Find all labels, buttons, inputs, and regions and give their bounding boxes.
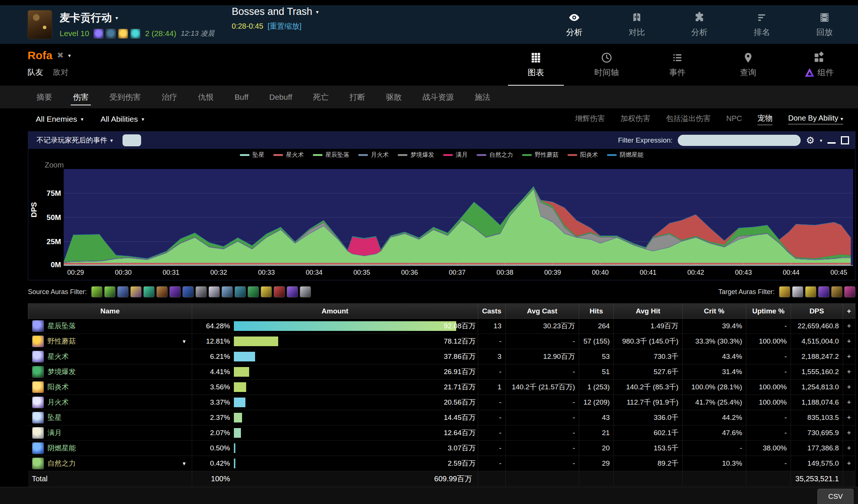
phase-select-box[interactable] bbox=[123, 134, 141, 146]
filter-chip[interactable]: NPC bbox=[726, 114, 742, 124]
tab-Buff[interactable]: Buff bbox=[234, 87, 249, 107]
gear-icon[interactable]: ⚙ bbox=[806, 135, 814, 146]
column-header-dps[interactable]: DPS bbox=[791, 304, 843, 319]
ability-link[interactable]: 月火术 bbox=[48, 398, 69, 407]
pin-row-button[interactable]: + bbox=[843, 425, 855, 441]
friendlies-toggle[interactable]: 队友 bbox=[28, 67, 43, 77]
pin-row-button[interactable]: + bbox=[843, 349, 855, 364]
ability-link[interactable]: 阳炎术 bbox=[48, 382, 69, 392]
legend-item[interactable]: 星火术 bbox=[273, 151, 304, 159]
pin-row-button[interactable]: + bbox=[843, 364, 855, 380]
filter-chip[interactable]: 加权伤害 bbox=[620, 114, 650, 125]
pin-row-button[interactable]: + bbox=[843, 441, 855, 456]
column-header-amount[interactable]: Amount bbox=[192, 304, 478, 319]
aura-icon[interactable] bbox=[222, 286, 233, 297]
guild-name[interactable]: 麦卡贡行动 bbox=[60, 11, 112, 25]
ability-link[interactable]: 星辰坠落 bbox=[48, 321, 76, 331]
view-nav-item-grid[interactable]: 图表 bbox=[508, 44, 564, 86]
ability-link[interactable]: 自然之力 bbox=[48, 459, 76, 468]
filter-chip[interactable]: Done By Ability▾ bbox=[788, 114, 843, 124]
tab-打断[interactable]: 打断 bbox=[349, 87, 366, 108]
minimize-icon[interactable] bbox=[827, 142, 836, 144]
pin-row-button[interactable]: + bbox=[843, 456, 855, 471]
ability-link[interactable]: 坠星 bbox=[48, 413, 62, 422]
aura-icon[interactable] bbox=[779, 286, 790, 297]
legend-item[interactable]: 阴燃星能 bbox=[607, 151, 644, 159]
aura-icon[interactable] bbox=[130, 286, 142, 297]
legend-item[interactable]: 坠星 bbox=[240, 151, 264, 159]
filter-expression-input[interactable] bbox=[678, 135, 801, 146]
aura-icon[interactable] bbox=[117, 286, 128, 297]
column-header-avg-cast[interactable]: Avg Cast bbox=[505, 304, 579, 319]
aura-icon[interactable] bbox=[274, 286, 285, 297]
pin-row-button[interactable]: + bbox=[843, 319, 855, 334]
aura-icon[interactable] bbox=[209, 286, 220, 297]
top-nav-item-eye[interactable]: 分析 bbox=[552, 11, 597, 38]
view-nav-item-pin[interactable]: 查询 bbox=[720, 44, 776, 86]
column-header-crit-%[interactable]: Crit % bbox=[682, 304, 746, 319]
ability-icon[interactable] bbox=[32, 335, 44, 347]
aura-icon[interactable] bbox=[248, 286, 259, 297]
filter-chip[interactable]: 包括溢出伤害 bbox=[666, 114, 711, 125]
ability-icon[interactable] bbox=[32, 427, 44, 439]
ability-icon[interactable] bbox=[32, 381, 44, 393]
maximize-icon[interactable] bbox=[841, 136, 849, 144]
fight-title[interactable]: Bosses and Trash ▾ bbox=[232, 6, 318, 17]
legend-item[interactable]: 自然之力 bbox=[477, 151, 513, 159]
legend-item[interactable]: 满月 bbox=[443, 151, 468, 159]
ability-icon[interactable] bbox=[32, 366, 44, 378]
column-header-casts[interactable]: Casts bbox=[478, 304, 505, 319]
top-nav-item-ranks[interactable]: 排名 bbox=[740, 11, 784, 38]
tab-受到伤害[interactable]: 受到伤害 bbox=[109, 87, 142, 108]
tab-伤害[interactable]: 伤害 bbox=[72, 87, 89, 108]
tab-驱散[interactable]: 驱散 bbox=[385, 87, 402, 108]
tab-摘要[interactable]: 摘要 bbox=[36, 87, 53, 108]
ability-icon[interactable] bbox=[32, 457, 44, 469]
pin-row-button[interactable]: + bbox=[843, 410, 855, 425]
pin-row-button[interactable]: + bbox=[843, 395, 855, 410]
ability-link[interactable]: 梦境爆发 bbox=[48, 367, 76, 377]
aura-icon[interactable] bbox=[844, 286, 855, 297]
top-nav-item-puzzle[interactable]: 分析 bbox=[677, 11, 722, 38]
legend-item[interactable]: 星辰坠落 bbox=[313, 151, 349, 159]
enemies-toggle[interactable]: 敌对 bbox=[53, 67, 69, 77]
legend-item[interactable]: 野性蘑菇 bbox=[522, 151, 559, 159]
aura-icon[interactable] bbox=[91, 286, 102, 297]
tab-Debuff[interactable]: Debuff bbox=[268, 87, 293, 107]
aura-icon[interactable] bbox=[169, 286, 181, 297]
ability-icon[interactable] bbox=[32, 442, 44, 454]
legend-item[interactable]: 阳炎术 bbox=[568, 151, 598, 159]
ability-icon[interactable] bbox=[32, 351, 44, 363]
aura-icon[interactable] bbox=[104, 286, 115, 297]
legend-item[interactable]: 月火术 bbox=[358, 151, 389, 159]
aura-icon[interactable] bbox=[143, 286, 155, 297]
ability-link[interactable]: 野性蘑菇 bbox=[48, 336, 76, 346]
top-nav-item-compare[interactable]: 对比 bbox=[614, 11, 659, 38]
filter-dropdown[interactable]: All Enemies▾ bbox=[36, 115, 83, 124]
column-header-+[interactable]: + bbox=[843, 304, 855, 319]
tab-仇恨[interactable]: 仇恨 bbox=[197, 87, 214, 108]
player-name[interactable]: Rofa bbox=[28, 49, 53, 62]
death-filter-dropdown[interactable]: 不记录玩家死后的事件 ▾ bbox=[36, 135, 113, 145]
view-nav-item-clock[interactable]: 时间轴 bbox=[579, 44, 635, 86]
column-header-uptime-%[interactable]: Uptime % bbox=[746, 304, 791, 319]
aura-icon[interactable] bbox=[182, 286, 194, 297]
filter-chip[interactable]: 宠物 bbox=[757, 113, 772, 125]
column-header-avg-hit[interactable]: Avg Hit bbox=[614, 304, 682, 319]
tab-战斗资源[interactable]: 战斗资源 bbox=[422, 87, 454, 108]
expand-row-icon[interactable]: ▼ bbox=[182, 339, 187, 344]
filter-chip[interactable]: 增辉伤害 bbox=[575, 114, 605, 125]
aura-icon[interactable] bbox=[261, 286, 272, 297]
ability-icon[interactable] bbox=[32, 320, 44, 332]
view-nav-item-components[interactable]: 组件 bbox=[791, 44, 847, 86]
aura-icon[interactable] bbox=[818, 286, 829, 297]
ability-link[interactable]: 星火术 bbox=[48, 352, 69, 361]
ability-icon[interactable] bbox=[32, 396, 44, 408]
legend-item[interactable]: 梦境爆发 bbox=[398, 151, 434, 159]
aura-icon[interactable] bbox=[805, 286, 816, 297]
chevron-down-icon[interactable]: ▾ bbox=[68, 52, 71, 58]
aura-icon[interactable] bbox=[196, 286, 207, 297]
aura-icon[interactable] bbox=[287, 286, 298, 297]
tab-施法[interactable]: 施法 bbox=[474, 87, 491, 108]
aura-icon[interactable] bbox=[831, 286, 842, 297]
